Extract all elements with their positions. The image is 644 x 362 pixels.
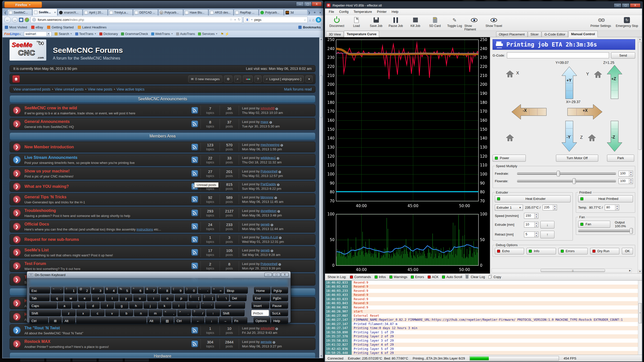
key-bksp[interactable]: Bksp [225, 287, 248, 294]
last-post-user-link[interactable]: wildideas1 [261, 156, 276, 160]
toolbar-save-job[interactable]: Save Job [366, 16, 386, 31]
key-n[interactable]: n [134, 310, 147, 316]
menu-item-temperature[interactable]: Temperature [351, 9, 374, 14]
key-insert[interactable]: Insert [252, 302, 269, 309]
bookmark-item[interactable]: eBay [31, 25, 43, 29]
key-5[interactable]: %5 [118, 287, 130, 294]
forum-title-link[interactable]: SeeMeCNC crew in the wild [24, 106, 189, 110]
maximize-button[interactable]: ▢ [273, 273, 280, 277]
foxlingo-item[interactable]: Search▼ [55, 32, 72, 36]
url-bar[interactable]: forum.seemecnc.com/index.php ☆ ▼ ↻ [30, 17, 242, 23]
osk-titlebar[interactable]: On-Screen Keyboard — ▢ X [27, 272, 291, 278]
key-sym[interactable]: :; [186, 302, 200, 309]
profile-icon[interactable]: ℹ [271, 250, 273, 252]
profile-icon[interactable]: ℹ [277, 184, 279, 186]
turn-motor-off-button[interactable]: Turn Motor Off [556, 155, 598, 162]
key-ctrl[interactable]: Ctrl [29, 317, 48, 324]
home-x-button[interactable] [506, 70, 514, 78]
browser-tab[interactable]: xnaron/X... [58, 9, 83, 16]
key-del[interactable]: Del [230, 295, 247, 301]
last-post-user-link[interactable]: maxx [261, 120, 268, 124]
key-caps[interactable]: Caps [29, 302, 57, 309]
key-u[interactable]: u [133, 295, 146, 301]
url-dropdown-icon[interactable]: ▼ [234, 18, 236, 22]
spin-up-icon[interactable]: ▲ [535, 232, 538, 235]
log-toggle-commands[interactable]: Commands [350, 275, 371, 279]
key-sym[interactable]: += [212, 287, 224, 294]
key-0[interactable]: )0 [185, 287, 197, 294]
taskbar-button[interactable] [125, 358, 149, 361]
last-post-user-link[interactable]: johnoly99 [261, 106, 275, 110]
search-engine-icon[interactable]: 8 [245, 18, 249, 22]
last-post-user-link[interactable]: geneb [261, 222, 270, 226]
profile-icon[interactable]: ℹ [269, 121, 272, 124]
heat-extruder-button[interactable]: Heat Extruder [495, 195, 571, 202]
forum-title-link[interactable]: General Tips 'N Tricks [24, 195, 189, 199]
foxlingo-item[interactable]: TextTrans▼ [75, 32, 97, 36]
key-sym[interactable]: ← [192, 317, 204, 324]
home-icon[interactable]: ⌂ [312, 18, 314, 22]
key-p[interactable]: p [175, 295, 188, 301]
view-link[interactable]: View new posts [88, 87, 112, 91]
spin-down-icon[interactable]: ▼ [535, 216, 538, 218]
rss-icon[interactable] [191, 223, 198, 230]
scroll-down-arrow[interactable]: ▼ [638, 269, 642, 274]
key-tab[interactable]: Tab [29, 295, 50, 301]
foxlingo-logo[interactable]: FoxLingo▼ [4, 32, 21, 36]
speed-spinbox[interactable]: 150▲▼ [524, 213, 538, 219]
debug-errors-button[interactable]: Errors [558, 248, 588, 254]
profile-icon[interactable]: ℹ [277, 157, 279, 160]
forum-row[interactable]: ❯Live Stream AnnouncmentsPost your strea… [10, 154, 315, 166]
rss-icon[interactable] [191, 263, 198, 269]
bookmark-item[interactable]: Latest Headlines [78, 25, 107, 29]
log-scrollbar[interactable]: ≡ [638, 281, 642, 355]
view-link[interactable]: View active topics [116, 87, 144, 91]
key-h[interactable]: h [129, 302, 143, 309]
extrude-spinbox[interactable]: 10▲▼ [524, 222, 538, 228]
key-alt[interactable]: Alt [63, 317, 75, 324]
tab-list-button[interactable]: ▾ [318, 10, 322, 16]
addon-icon[interactable] [19, 18, 23, 22]
minimize-button[interactable]: — [264, 273, 272, 277]
forum-title-link[interactable]: Test Forum [24, 261, 189, 266]
taskbar[interactable] [0, 358, 324, 362]
spin-up-icon[interactable]: ▲ [629, 178, 633, 181]
key-s[interactable]: s [72, 302, 86, 309]
rss-icon[interactable] [191, 144, 198, 150]
browser-tab[interactable]: Have Blu... [183, 9, 208, 16]
debug-echo-button[interactable]: Echo [495, 248, 524, 254]
forum-title-link[interactable]: What are YOU making? [24, 184, 189, 189]
tab-manual-control[interactable]: Manual Control [568, 31, 598, 37]
close-button[interactable]: X [630, 3, 640, 8]
key-o[interactable]: o [161, 295, 174, 301]
tab-scroll-left[interactable]: ❮ [3, 10, 7, 16]
key-1[interactable]: !1 [64, 287, 77, 294]
key-a[interactable]: a [58, 302, 71, 309]
key-alt[interactable]: Alt [147, 317, 160, 324]
foxlingo-item[interactable]: Dictionary [99, 32, 118, 36]
rss-icon[interactable] [191, 249, 198, 256]
tab-slicer[interactable]: Slicer [528, 31, 542, 37]
forum-home-button[interactable] [12, 75, 20, 83]
maximize-button[interactable]: ▢ [622, 3, 629, 8]
heat-printbed-button[interactable]: Heat Printbed [578, 195, 633, 202]
retract-button[interactable]: ↑ [540, 231, 554, 238]
key-options[interactable]: Options [254, 317, 270, 324]
feedrate-slider-thumb[interactable] [557, 171, 560, 176]
log-toggle-errors[interactable]: Errors [411, 275, 424, 279]
forum-row[interactable]: ❯New Member introduction123topics570post… [10, 142, 315, 152]
fan-button[interactable]: Fan [578, 221, 610, 228]
key-q[interactable]: q [51, 295, 63, 301]
key-pgdn[interactable]: PgDn [271, 295, 288, 301]
forum-title-link[interactable]: Troubleshooting [24, 208, 189, 213]
key-sym[interactable]: ?/ [192, 310, 205, 316]
minimize-button[interactable]: — [614, 3, 621, 8]
key-sym[interactable]: → [219, 317, 231, 324]
toolbar-disconnect[interactable]: Disconnect [327, 16, 347, 31]
browser-tab[interactable]: 3D3d [284, 9, 307, 16]
rss-icon[interactable] [191, 210, 198, 216]
last-post-user-link[interactable]: bbrvvvvv [261, 195, 273, 199]
forum-row[interactable]: ❯The "Rout 'N TwistAll about the SeeMeCN… [10, 324, 315, 336]
forum-title-link[interactable]: New Member introduction [24, 145, 189, 149]
flowrate-spinbox[interactable]: 100▲▼ [619, 178, 633, 184]
